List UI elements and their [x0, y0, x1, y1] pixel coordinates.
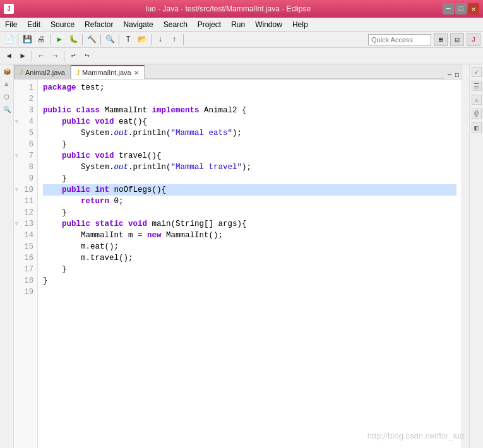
new-button[interactable]: 📄	[3, 33, 15, 46]
code-line	[43, 93, 456, 105]
menu-item-refactor[interactable]: Refactor	[80, 18, 118, 31]
print-button[interactable]: 🖨	[35, 33, 47, 46]
code-line: m.travel();	[43, 252, 456, 264]
quick-access-input[interactable]	[368, 34, 431, 45]
tab-close-button[interactable]: ✕	[134, 69, 139, 76]
menu-item-file[interactable]: File	[0, 18, 22, 31]
menu-item-window[interactable]: Window	[250, 18, 287, 31]
perspective-button[interactable]: ⊞	[434, 33, 448, 46]
vertical-scrollbar[interactable]	[462, 64, 469, 448]
line-number: 16	[14, 252, 37, 264]
layout-button[interactable]: J	[467, 33, 480, 46]
back-button[interactable]: ◀	[3, 50, 15, 62]
view-button[interactable]: ◱	[450, 33, 464, 46]
code-line: public void eat(){	[43, 116, 456, 127]
text-token: m.eat();	[43, 241, 119, 252]
bookmarks-icon[interactable]: ☰	[472, 81, 482, 91]
save-button[interactable]: 💾	[21, 33, 33, 46]
kw-token: class	[76, 105, 100, 116]
code-line: return 0;	[43, 196, 456, 207]
code-line: }	[43, 275, 456, 286]
close-button[interactable]: ✕	[468, 3, 479, 15]
tab-filler	[145, 78, 445, 79]
line-number: 12	[14, 207, 37, 218]
window-controls: ─ □ ✕	[443, 3, 479, 15]
prev-annotation-button[interactable]: ↑	[168, 33, 181, 46]
quick-access-box: ⊞ ◱ J	[368, 33, 480, 46]
prev-edit-button[interactable]: ←	[35, 50, 47, 62]
tab-mammalint[interactable]: JMammalInt.java✕	[71, 65, 145, 79]
title-bar: J luo - Java - test/src/test/MammalInt.j…	[0, 0, 483, 18]
open-resource-button[interactable]: 📂	[136, 33, 148, 46]
str-token: "Mammal eats"	[171, 127, 233, 139]
tab-animal2[interactable]: JAnimal2.java	[14, 65, 71, 79]
fold-arrow-icon[interactable]: ▽	[15, 184, 18, 196]
line-number: 5	[14, 127, 37, 139]
line-number: 8	[14, 162, 37, 173]
menu-item-edit[interactable]: Edit	[22, 18, 45, 31]
menu-item-run[interactable]: Run	[226, 18, 250, 31]
code-line: }	[43, 207, 456, 218]
outline-icon[interactable]: ≡	[2, 80, 12, 90]
build-button[interactable]: 🔨	[85, 33, 98, 46]
menu-item-source[interactable]: Source	[45, 18, 80, 31]
text-token: );	[232, 127, 242, 139]
line-number: 6	[14, 139, 37, 150]
forward-button[interactable]: ▶	[16, 50, 29, 62]
maximize-button[interactable]: □	[455, 3, 467, 15]
code-line: System.out.println("Mammal eats");	[43, 127, 456, 139]
search-results-icon[interactable]: 🔍	[2, 105, 12, 115]
text-token: main(String[] args){	[147, 218, 247, 230]
text-token	[90, 184, 95, 196]
line-number: ▽10	[14, 184, 37, 196]
text-token: System.	[43, 162, 114, 173]
run-button[interactable]: ▶	[53, 33, 66, 46]
fold-arrow-icon[interactable]: ▽	[15, 116, 18, 127]
hierarchy-icon[interactable]: ⬡	[2, 92, 12, 102]
redo-button[interactable]: ↪	[81, 50, 93, 62]
menu-item-search[interactable]: Search	[158, 18, 193, 31]
code-line: public class MammalInt implements Animal…	[43, 105, 456, 116]
package-explorer-icon[interactable]: 📦	[2, 67, 12, 77]
problems-icon[interactable]: ⚠	[472, 95, 482, 105]
menu-item-project[interactable]: Project	[193, 18, 226, 31]
fold-arrow-icon[interactable]: ▽	[15, 218, 18, 230]
separator	[100, 34, 101, 45]
menu-item-help[interactable]: Help	[287, 18, 313, 31]
undo-button[interactable]: ↩	[67, 50, 80, 62]
kw-token: void	[128, 218, 147, 230]
menu-bar: FileEditSourceRefactorNavigateSearchProj…	[0, 18, 483, 32]
next-edit-button[interactable]: →	[49, 50, 61, 62]
at-icon[interactable]: @	[472, 109, 482, 119]
toolbar-2: ◀ ▶ ← → ↩ ↪	[0, 48, 483, 64]
main-area: 📦 ≡ ⬡ 🔍 JAnimal2.javaJMammalInt.java✕─□ …	[0, 64, 483, 448]
fold-arrow-icon[interactable]: ▽	[15, 150, 18, 162]
menu-item-navigate[interactable]: Navigate	[118, 18, 158, 31]
text-token: .println(	[128, 162, 171, 173]
text-token	[90, 116, 95, 127]
maximize-editor-icon[interactable]: □	[455, 72, 459, 79]
text-token	[43, 196, 81, 207]
code-line: }	[43, 264, 456, 275]
kw-token: public	[62, 116, 90, 127]
kw-token: new	[147, 230, 162, 241]
tasks-icon[interactable]: ✓	[472, 67, 482, 77]
kw-token: public	[62, 150, 90, 162]
line-number: 1	[14, 82, 37, 93]
search-button[interactable]: 🔍	[104, 33, 116, 46]
next-annotation-button[interactable]: ↓	[154, 33, 167, 46]
field-token: out	[114, 162, 129, 173]
minimize-button[interactable]: ─	[443, 3, 454, 15]
diff-icon[interactable]: ◧	[472, 122, 482, 133]
minimize-editor-icon[interactable]: ─	[448, 72, 451, 79]
text-token: MammalInt	[100, 105, 152, 116]
open-type-button[interactable]: T	[122, 33, 134, 46]
code-line: public void travel(){	[43, 150, 456, 162]
code-content[interactable]: package test; public class MammalInt imp…	[38, 80, 462, 448]
text-token	[43, 116, 62, 127]
code-line: }	[43, 139, 456, 150]
text-token: travel(){	[114, 150, 162, 162]
text-token	[43, 184, 62, 196]
java-file-icon: J	[20, 69, 23, 76]
debug-button[interactable]: 🐛	[67, 33, 80, 46]
